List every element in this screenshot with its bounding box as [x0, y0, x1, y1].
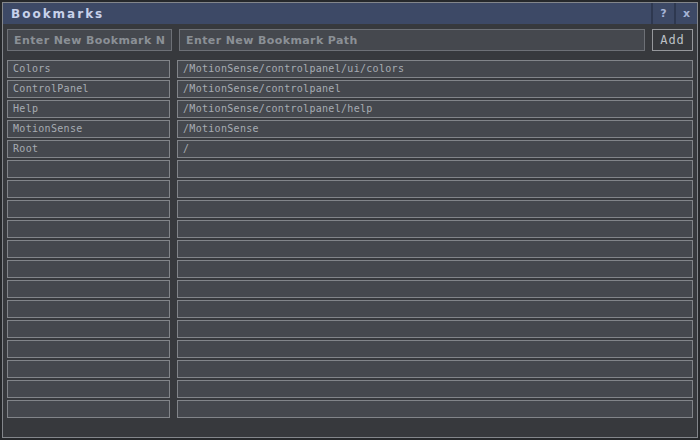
table-row[interactable] [7, 240, 693, 258]
bookmark-name-cell [7, 280, 170, 298]
table-row[interactable] [7, 280, 693, 298]
bookmark-name-cell: ControlPanel [7, 80, 170, 98]
bookmark-path-cell: /MotionSense/controlpanel/help [177, 100, 693, 118]
bookmark-name-cell: Root [7, 140, 170, 158]
table-row[interactable] [7, 320, 693, 338]
bookmark-path-cell [177, 200, 693, 218]
bookmark-name-cell [7, 300, 170, 318]
bookmark-name-cell [7, 340, 170, 358]
help-button[interactable]: ? [651, 3, 674, 24]
table-row[interactable] [7, 180, 693, 198]
table-row[interactable] [7, 220, 693, 238]
table-row[interactable]: Root / [7, 140, 693, 158]
bookmark-path-cell [177, 160, 693, 178]
close-button[interactable]: x [674, 3, 697, 24]
bookmark-path-cell: /MotionSense/controlpanel [177, 80, 693, 98]
table-row[interactable] [7, 160, 693, 178]
bookmark-name-cell [7, 220, 170, 238]
bookmark-path-cell [177, 340, 693, 358]
bookmark-path-cell: / [177, 140, 693, 158]
add-button[interactable]: Add [652, 29, 693, 51]
bookmark-path-cell: /MotionSense/controlpanel/ui/colors [177, 60, 693, 78]
table-row[interactable] [7, 200, 693, 218]
bookmark-name-cell [7, 180, 170, 198]
new-bookmark-toolbar: Add [3, 24, 697, 51]
window-frame: Bookmarks ? x Add Colors /MotionSense/co… [2, 2, 698, 438]
bookmark-path-cell: /MotionSense [177, 120, 693, 138]
bookmark-path-cell [177, 180, 693, 198]
bookmark-name-input[interactable] [7, 29, 172, 51]
bookmark-name-cell [7, 360, 170, 378]
bookmark-name-cell [7, 400, 170, 418]
bookmark-path-cell [177, 260, 693, 278]
bookmark-path-cell [177, 220, 693, 238]
window-title: Bookmarks [3, 7, 104, 21]
bookmarks-window: Bookmarks ? x Add Colors /MotionSense/co… [0, 0, 700, 440]
bookmark-name-cell [7, 320, 170, 338]
bookmark-path-cell [177, 360, 693, 378]
bookmark-path-cell [177, 300, 693, 318]
table-row[interactable] [7, 260, 693, 278]
bookmark-name-cell [7, 200, 170, 218]
bookmark-path-cell [177, 320, 693, 338]
bookmark-name-cell [7, 380, 170, 398]
table-row[interactable]: Help /MotionSense/controlpanel/help [7, 100, 693, 118]
table-row[interactable]: ControlPanel /MotionSense/controlpanel [7, 80, 693, 98]
bookmark-path-cell [177, 380, 693, 398]
table-row[interactable] [7, 300, 693, 318]
table-row[interactable] [7, 380, 693, 398]
table-row[interactable] [7, 360, 693, 378]
bookmark-name-cell [7, 160, 170, 178]
bookmark-path-cell [177, 280, 693, 298]
bookmark-name-cell: MotionSense [7, 120, 170, 138]
bookmark-name-cell [7, 240, 170, 258]
table-row[interactable] [7, 400, 693, 418]
table-row[interactable]: MotionSense /MotionSense [7, 120, 693, 138]
bookmark-path-input[interactable] [179, 29, 645, 51]
bookmark-path-cell [177, 400, 693, 418]
titlebar[interactable]: Bookmarks ? x [3, 3, 697, 24]
bookmark-name-cell: Colors [7, 60, 170, 78]
bookmark-name-cell [7, 260, 170, 278]
table-row[interactable] [7, 340, 693, 358]
bookmark-name-cell: Help [7, 100, 170, 118]
bookmark-table: Colors /MotionSense/controlpanel/ui/colo… [3, 60, 697, 437]
bookmark-path-cell [177, 240, 693, 258]
table-row[interactable]: Colors /MotionSense/controlpanel/ui/colo… [7, 60, 693, 78]
